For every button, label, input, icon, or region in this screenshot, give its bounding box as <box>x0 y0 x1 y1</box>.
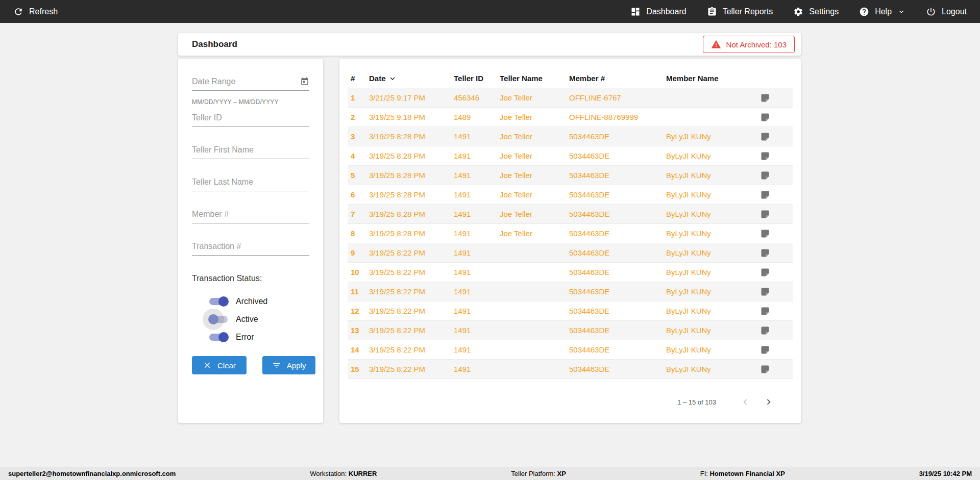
note-button[interactable] <box>760 267 790 277</box>
refresh-button[interactable]: Refresh <box>13 7 58 17</box>
table-row[interactable]: 1 3/21/25 9:17 PM 456346 Joe Teller OFFL… <box>348 88 793 108</box>
help-icon <box>859 7 869 17</box>
member-name-cell: ByLyJI KUNy <box>666 151 760 160</box>
table-row[interactable]: 10 3/19/25 8:22 PM 1491 5034463DE ByLyJI… <box>348 263 793 282</box>
col-header-date[interactable]: Date <box>369 74 454 83</box>
note-button[interactable] <box>760 170 790 181</box>
toggle-active[interactable]: Active <box>192 310 309 328</box>
note-button[interactable] <box>760 112 790 122</box>
member-number-cell: 5034463DE <box>569 365 666 373</box>
member-name-cell: ByLyJI KUNy <box>666 190 760 199</box>
teller-id-cell: 1491 <box>454 345 500 354</box>
member-name-cell: ByLyJI KUNy <box>666 229 760 238</box>
teller-name-cell: Joe Teller <box>500 171 569 180</box>
note-button[interactable] <box>760 229 790 239</box>
warning-icon <box>711 39 721 49</box>
nav-item-dashboard[interactable]: Dashboard <box>630 7 686 17</box>
member-number-cell: 5034463DE <box>569 229 666 238</box>
transaction-status-label: Transaction Status: <box>192 274 309 283</box>
note-button[interactable] <box>760 190 790 200</box>
nav-item-settings[interactable]: Settings <box>793 7 839 17</box>
note-button[interactable] <box>760 306 790 316</box>
teller-name-cell: Joe Teller <box>500 93 569 102</box>
row-number-cell: 1 <box>351 93 369 102</box>
teller-name-cell: Joe Teller <box>500 210 569 218</box>
clear-button[interactable]: Clear <box>192 356 247 374</box>
table-row[interactable]: 9 3/19/25 8:22 PM 1491 5034463DE ByLyJI … <box>348 243 793 263</box>
note-icon <box>760 364 770 374</box>
date-cell: 3/19/25 8:28 PM <box>369 151 454 160</box>
date-range-format-hint: MM/DD/YYYY – MM/DD/YYYY <box>192 98 309 106</box>
table-row[interactable]: 15 3/19/25 8:22 PM 1491 5034463DE ByLyJI… <box>348 360 793 379</box>
table-row[interactable]: 2 3/19/25 9:18 PM 1489 Joe Teller OFFLIN… <box>348 108 793 127</box>
note-button[interactable] <box>760 209 790 219</box>
table-row[interactable]: 13 3/19/25 8:22 PM 1491 5034463DE ByLyJI… <box>348 321 793 340</box>
table-row[interactable]: 3 3/19/25 8:28 PM 1491 Joe Teller 503446… <box>348 127 793 146</box>
table-row[interactable]: 4 3/19/25 8:28 PM 1491 Joe Teller 503446… <box>348 146 793 166</box>
member-number-cell: 5034463DE <box>569 132 666 141</box>
teller-id-cell: 1491 <box>454 190 500 199</box>
nav-label-settings: Settings <box>809 7 839 16</box>
status-datetime: 3/19/25 10:42 PM <box>919 470 972 477</box>
member-name-cell: ByLyJI KUNy <box>666 132 760 141</box>
note-button[interactable] <box>760 364 790 374</box>
note-button[interactable] <box>760 345 790 355</box>
table-row[interactable]: 14 3/19/25 8:22 PM 1491 5034463DE ByLyJI… <box>348 340 793 360</box>
teller-id-field <box>192 113 309 127</box>
note-button[interactable] <box>760 132 790 142</box>
teller-id-cell: 1491 <box>454 248 500 257</box>
col-header-member-number: Member # <box>569 74 666 83</box>
note-icon <box>760 345 770 355</box>
not-archived-badge[interactable]: Not Archived: 103 <box>703 36 795 53</box>
sort-down-icon <box>388 74 397 83</box>
row-number-cell: 9 <box>351 248 369 257</box>
date-range-input[interactable] <box>192 77 309 91</box>
calendar-icon[interactable] <box>300 77 309 86</box>
transaction-number-input[interactable] <box>192 242 309 256</box>
date-cell: 3/19/25 8:22 PM <box>369 365 454 373</box>
member-number-input[interactable] <box>192 210 309 223</box>
date-cell: 3/21/25 9:17 PM <box>369 93 454 102</box>
table-row[interactable]: 12 3/19/25 8:22 PM 1491 5034463DE ByLyJI… <box>348 301 793 321</box>
table-row[interactable]: 6 3/19/25 8:28 PM 1491 Joe Teller 503446… <box>348 185 793 205</box>
member-number-cell: 5034463DE <box>569 248 666 257</box>
note-button[interactable] <box>760 93 790 103</box>
next-page-button[interactable] <box>762 395 775 409</box>
previous-page-button[interactable] <box>739 395 752 409</box>
note-icon <box>760 287 770 297</box>
nav-item-teller-reports[interactable]: Teller Reports <box>707 7 773 17</box>
teller-first-name-input[interactable] <box>192 145 309 159</box>
teller-id-cell: 1491 <box>454 171 500 180</box>
row-number-cell: 8 <box>351 229 369 238</box>
filter-icon <box>272 361 281 370</box>
teller-id-cell: 456346 <box>454 93 500 102</box>
toggle-archived[interactable]: Archived <box>192 292 309 310</box>
row-number-cell: 5 <box>351 171 369 180</box>
row-number-cell: 10 <box>351 268 369 276</box>
teller-id-input[interactable] <box>192 113 309 127</box>
power-icon <box>926 7 936 17</box>
nav-item-help[interactable]: Help <box>859 7 905 17</box>
note-icon <box>760 151 770 161</box>
toggle-error[interactable]: Error <box>192 328 309 346</box>
nav-item-logout[interactable]: Logout <box>926 7 967 17</box>
teller-id-cell: 1491 <box>454 365 500 373</box>
note-button[interactable] <box>760 325 790 336</box>
table-row[interactable]: 8 3/19/25 8:28 PM 1491 Joe Teller 503446… <box>348 224 793 243</box>
date-range-field <box>192 77 309 91</box>
top-nav-bar: Refresh Dashboard Teller Reports Setting… <box>0 0 980 23</box>
clipboard-icon <box>707 7 717 17</box>
table-row[interactable]: 7 3/19/25 8:28 PM 1491 Joe Teller 503446… <box>348 205 793 224</box>
apply-button-label: Apply <box>287 361 306 370</box>
member-name-cell: ByLyJI KUNy <box>666 307 760 315</box>
note-button[interactable] <box>760 287 790 297</box>
note-button[interactable] <box>760 151 790 161</box>
teller-last-name-input[interactable] <box>192 178 309 191</box>
note-button[interactable] <box>760 248 790 258</box>
row-number-cell: 3 <box>351 132 369 141</box>
date-cell: 3/19/25 8:22 PM <box>369 326 454 335</box>
workstation-status: Workstation: KURRER <box>310 470 377 477</box>
apply-button[interactable]: Apply <box>262 356 316 374</box>
table-row[interactable]: 5 3/19/25 8:28 PM 1491 Joe Teller 503446… <box>348 166 793 185</box>
table-row[interactable]: 11 3/19/25 8:22 PM 1491 5034463DE ByLyJI… <box>348 282 793 301</box>
